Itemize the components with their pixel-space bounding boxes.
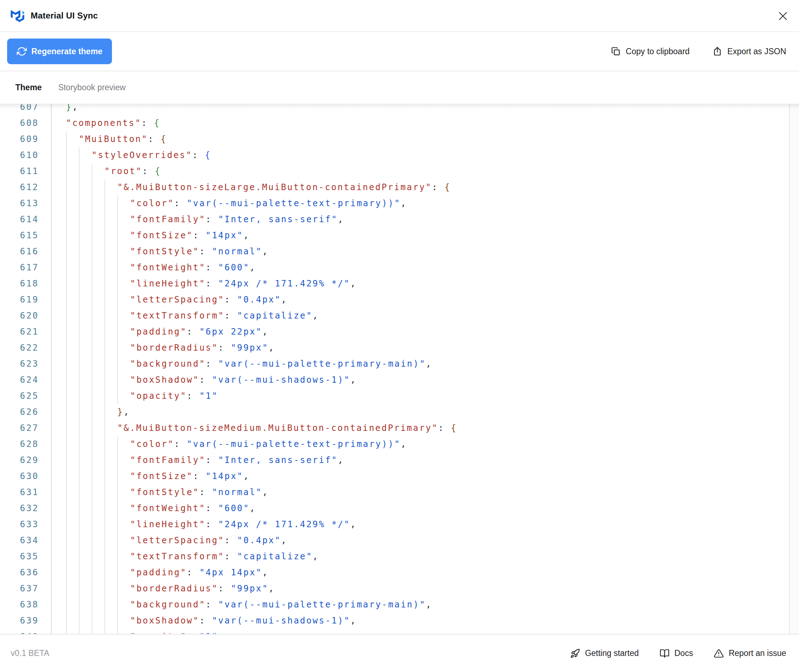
code-line-text: "components": { [52, 115, 799, 131]
line-number: 633 [0, 517, 52, 533]
code-line: 636"padding": "4px 14px", [0, 565, 799, 581]
code-line: 628"color": "var(--mui-palette-text-prim… [0, 436, 799, 452]
copy-to-clipboard-button[interactable]: Copy to clipboard [611, 46, 690, 56]
line-number: 609 [0, 131, 52, 147]
mui-logo-icon [11, 10, 24, 21]
code-line: 624"boxShadow": "var(--mui-shadows-1)", [0, 372, 799, 388]
line-number: 638 [0, 597, 52, 613]
line-number: 625 [0, 388, 52, 404]
code-line: 625"opacity": "1" [0, 388, 799, 404]
line-number: 615 [0, 227, 52, 243]
book-icon [660, 648, 670, 658]
code-line-text: "opacity": "1" [52, 388, 799, 404]
close-icon [777, 10, 789, 22]
header: Material UI Sync [0, 0, 799, 32]
code-line-text: }, [52, 404, 799, 420]
code-line: 639"boxShadow": "var(--mui-shadows-1)", [0, 613, 799, 629]
code-line: 626}, [0, 404, 799, 420]
page-title: Material UI Sync [31, 11, 98, 21]
code-line-text: "MuiButton": { [52, 131, 799, 147]
code-line: 609"MuiButton": { [0, 131, 799, 147]
line-number: 612 [0, 179, 52, 195]
export-as-json-button[interactable]: Export as JSON [713, 46, 786, 56]
rocket-icon [570, 648, 580, 658]
line-number: 610 [0, 147, 52, 163]
code-line-text: "fontSize": "14px", [52, 227, 799, 243]
getting-started-link[interactable]: Getting started [570, 648, 639, 658]
code-line-text: "color": "var(--mui-palette-text-primary… [52, 436, 799, 452]
close-button[interactable] [776, 9, 790, 23]
code-line-text: "fontWeight": "600", [52, 260, 799, 276]
line-number: 623 [0, 356, 52, 372]
code-line-text: "padding": "4px 14px", [52, 565, 799, 581]
line-number: 634 [0, 533, 52, 549]
code-line: 632"fontWeight": "600", [0, 501, 799, 517]
code-line-text: "fontSize": "14px", [52, 468, 799, 485]
code-line-text: "fontStyle": "normal", [52, 243, 799, 260]
code-line: 618"lineHeight": "24px /* 171.429% */", [0, 276, 799, 292]
code-line: 631"fontStyle": "normal", [0, 485, 799, 501]
code-line-text: "background": "var(--mui-palette-primary… [52, 356, 799, 372]
footer-links: Getting started Docs Report an issue [570, 648, 786, 658]
code-line: 640"opacity": "1" [0, 629, 799, 634]
code-line: 630"fontSize": "14px", [0, 468, 799, 485]
code-line-text: "letterSpacing": "0.4px", [52, 533, 799, 549]
docs-label: Docs [674, 648, 693, 658]
code-line-text: "boxShadow": "var(--mui-shadows-1)", [52, 613, 799, 629]
code-line-text: "textTransform": "capitalize", [52, 549, 799, 565]
code-line: 610"styleOverrides": { [0, 147, 799, 163]
line-number: 635 [0, 549, 52, 565]
toolbar: Regenerate theme Copy to clipboard Expor… [0, 32, 799, 71]
theme-code-editor[interactable]: 607},608"components": {609"MuiButton": {… [0, 104, 799, 634]
code-line: 621"padding": "6px 22px", [0, 324, 799, 340]
vertical-scrollbar[interactable] [789, 104, 799, 634]
code-line-text: "fontStyle": "normal", [52, 485, 799, 501]
line-number: 631 [0, 485, 52, 501]
code-line: 611"root": { [0, 163, 799, 179]
line-number: 611 [0, 163, 52, 179]
line-number: 613 [0, 195, 52, 211]
code-line-text: "opacity": "1" [52, 629, 799, 634]
code-line-text: "borderRadius": "99px", [52, 581, 799, 597]
code-line-text: "fontWeight": "600", [52, 501, 799, 517]
code-line: 622"borderRadius": "99px", [0, 340, 799, 356]
code-line-text: "letterSpacing": "0.4px", [52, 292, 799, 308]
line-number: 630 [0, 468, 52, 485]
code-line-text: "&.MuiButton-sizeMedium.MuiButton-contai… [52, 420, 799, 436]
code-line-text: "root": { [52, 163, 799, 179]
tab-theme[interactable]: Theme [15, 83, 42, 93]
report-issue-label: Report an issue [729, 648, 786, 658]
toolbar-actions: Copy to clipboard Export as JSON [611, 46, 786, 56]
copy-icon [611, 46, 621, 56]
line-number: 628 [0, 436, 52, 452]
line-number: 622 [0, 340, 52, 356]
code-line: 613"color": "var(--mui-palette-text-prim… [0, 195, 799, 211]
code-line: 629"fontFamily": "Inter, sans-serif", [0, 452, 799, 468]
code-line: 612"&.MuiButton-sizeLarge.MuiButton-cont… [0, 179, 799, 195]
code-line: 634"letterSpacing": "0.4px", [0, 533, 799, 549]
line-number: 626 [0, 404, 52, 420]
line-number: 636 [0, 565, 52, 581]
line-number: 618 [0, 276, 52, 292]
code-line-text: "borderRadius": "99px", [52, 340, 799, 356]
line-number: 607 [0, 104, 52, 115]
line-number: 620 [0, 308, 52, 324]
code-line-text: "textTransform": "capitalize", [52, 308, 799, 324]
code-line-text: "fontFamily": "Inter, sans-serif", [52, 211, 799, 227]
code-line-text: "lineHeight": "24px /* 171.429% */", [52, 276, 799, 292]
tab-bar: Theme Storybook preview [0, 71, 799, 104]
report-issue-link[interactable]: Report an issue [714, 648, 786, 658]
code-line: 623"background": "var(--mui-palette-prim… [0, 356, 799, 372]
code-line: 607}, [0, 104, 799, 115]
code-line-text: "background": "var(--mui-palette-primary… [52, 597, 799, 613]
code-line: 633"lineHeight": "24px /* 171.429% */", [0, 517, 799, 533]
footer: v0.1 BETA Getting started Docs [0, 634, 799, 672]
line-number: 614 [0, 211, 52, 227]
line-number: 640 [0, 629, 52, 634]
line-number: 639 [0, 613, 52, 629]
tab-storybook-preview[interactable]: Storybook preview [58, 83, 126, 93]
copy-to-clipboard-label: Copy to clipboard [626, 47, 690, 56]
docs-link[interactable]: Docs [660, 648, 693, 658]
regenerate-theme-button[interactable]: Regenerate theme [7, 38, 112, 64]
code-line: 638"background": "var(--mui-palette-prim… [0, 597, 799, 613]
